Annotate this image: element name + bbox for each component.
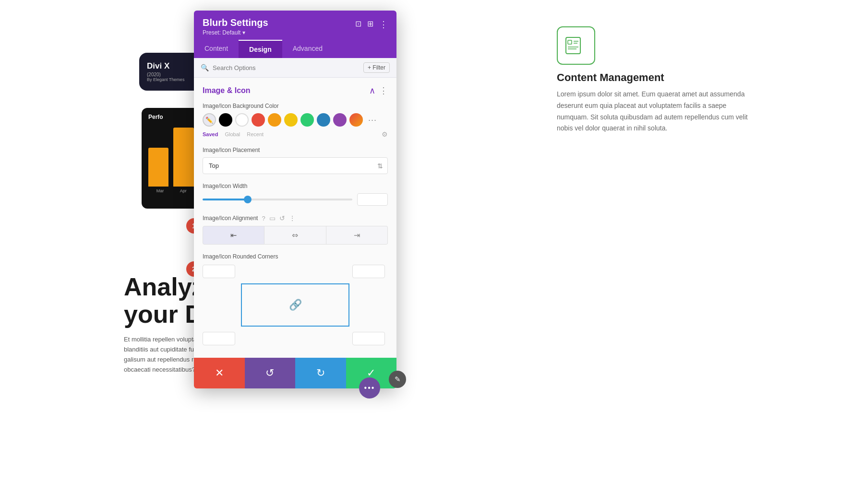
section-title: Image & Icon bbox=[203, 86, 251, 95]
color-tab-saved[interactable]: Saved bbox=[203, 131, 218, 137]
color-swatch-orange[interactable] bbox=[268, 113, 281, 127]
floating-edit-button[interactable]: ✎ bbox=[389, 371, 406, 388]
tab-design[interactable]: Design bbox=[239, 40, 282, 58]
width-label: Image/Icon Width bbox=[203, 183, 388, 189]
modal-body: Image & Icon ∧ ⋮ Image/Icon Background C… bbox=[194, 78, 396, 358]
corner-tr-input[interactable]: 0px bbox=[352, 265, 385, 278]
placement-setting: Image/Icon Placement Top Left Right Bott… bbox=[203, 147, 388, 174]
more-swatches[interactable]: ··· bbox=[366, 113, 379, 127]
align-center-btn[interactable]: ⇔ bbox=[264, 226, 326, 245]
cancel-button[interactable]: ✕ bbox=[194, 358, 245, 388]
color-swatch-blue[interactable] bbox=[317, 113, 330, 127]
color-tab-global[interactable]: Global bbox=[225, 131, 240, 137]
color-swatch-red[interactable] bbox=[252, 113, 265, 127]
modal-search-bar: 🔍 + Filter bbox=[194, 58, 396, 78]
modal-preset[interactable]: Preset: Default ▾ bbox=[203, 29, 268, 36]
section-more-icon[interactable]: ⋮ bbox=[379, 85, 388, 96]
alignment-more-icon[interactable]: ⋮ bbox=[289, 214, 296, 222]
section-controls: ∧ ⋮ bbox=[369, 85, 388, 96]
placement-select[interactable]: Top Left Right Bottom bbox=[203, 157, 388, 174]
color-swatch-gradient[interactable] bbox=[349, 113, 363, 127]
slider-fill bbox=[203, 199, 248, 200]
corner-br-input[interactable]: 0px bbox=[352, 332, 385, 345]
chart-bar-2 bbox=[173, 128, 193, 187]
corner-bl-input[interactable]: 0px bbox=[203, 332, 235, 345]
slider-row: 60px bbox=[203, 193, 388, 206]
content-management-icon bbox=[564, 34, 588, 58]
rounded-corners-setting: Image/Icon Rounded Corners 0px 0px 🔗 0px bbox=[203, 253, 388, 345]
color-swatch-purple[interactable] bbox=[333, 113, 347, 127]
search-icon: 🔍 bbox=[201, 64, 209, 71]
undo-button[interactable]: ↺ bbox=[245, 358, 296, 388]
color-swatch-green[interactable] bbox=[300, 113, 314, 127]
color-swatch-white[interactable] bbox=[235, 113, 249, 127]
placement-dropdown-wrapper: Top Left Right Bottom ⇅ bbox=[203, 157, 388, 174]
blurb-settings-modal: Blurb Settings Preset: Default ▾ ⊡ ⊞ ⋮ C… bbox=[194, 11, 396, 388]
slider-thumb[interactable] bbox=[244, 196, 252, 203]
width-setting: Image/Icon Width 60px bbox=[203, 183, 388, 206]
slider-track[interactable] bbox=[203, 199, 352, 200]
alignment-reset-icon[interactable]: ↺ bbox=[279, 214, 285, 222]
rounded-corners-label: Image/Icon Rounded Corners bbox=[203, 253, 388, 260]
alignment-responsive-icon[interactable]: ▭ bbox=[269, 214, 276, 222]
eyedropper-swatch[interactable]: ✏️ bbox=[203, 113, 216, 127]
modal-icon-columns[interactable]: ⊞ bbox=[367, 19, 373, 30]
feature-title: Content Management bbox=[557, 71, 749, 84]
alignment-setting: Image/Icon Alignment ? ▭ ↺ ⋮ ⇤ ⇔ ⇥ bbox=[203, 214, 388, 245]
color-settings-icon[interactable]: ⚙ bbox=[382, 130, 388, 138]
tab-content[interactable]: Content bbox=[194, 40, 239, 58]
chart-label-mar: Mar bbox=[156, 188, 164, 193]
modal-icon-fullscreen[interactable]: ⊡ bbox=[355, 19, 361, 30]
feature-text: Lorem ipsum dolor sit amet. Eum quaerat … bbox=[557, 89, 749, 134]
chart-bar-1 bbox=[148, 148, 168, 187]
corner-preview-box: 🔗 bbox=[241, 283, 349, 327]
alignment-label-row: Image/Icon Alignment ? ▭ ↺ ⋮ bbox=[203, 214, 388, 222]
bg-color-label: Image/Icon Background Color bbox=[203, 103, 388, 109]
align-right-btn[interactable]: ⇥ bbox=[326, 226, 388, 245]
search-input[interactable] bbox=[213, 64, 360, 71]
svg-rect-0 bbox=[566, 37, 580, 54]
modal-icon-more[interactable]: ⋮ bbox=[379, 19, 388, 30]
section-collapse-icon[interactable]: ∧ bbox=[369, 85, 375, 96]
align-btn-group: ⇤ ⇔ ⇥ bbox=[203, 226, 388, 245]
tab-advanced[interactable]: Advanced bbox=[282, 40, 333, 58]
color-swatches: ✏️ ··· bbox=[203, 113, 388, 127]
chart-label-apr: Apr bbox=[180, 188, 187, 193]
modal-title: Blurb Settings bbox=[203, 17, 268, 28]
modal-header-icons: ⊡ ⊞ ⋮ bbox=[355, 19, 388, 30]
align-left-btn[interactable]: ⇤ bbox=[203, 226, 264, 245]
modal-header: Blurb Settings Preset: Default ▾ ⊡ ⊞ ⋮ bbox=[194, 11, 396, 40]
right-feature: Content Management Lorem ipsum dolor sit… bbox=[557, 26, 749, 134]
section-header: Image & Icon ∧ ⋮ bbox=[203, 85, 388, 96]
corner-tl-input[interactable]: 0px bbox=[203, 265, 235, 278]
alignment-help-icon[interactable]: ? bbox=[262, 215, 265, 222]
bg-color-setting: Image/Icon Background Color ✏️ ··· Saved… bbox=[203, 103, 388, 138]
feature-icon-box bbox=[557, 26, 595, 65]
svg-rect-1 bbox=[568, 40, 572, 44]
color-swatch-black[interactable] bbox=[219, 113, 232, 127]
color-tabs: Saved Global Recent ⚙ bbox=[203, 130, 388, 138]
floating-dots-button[interactable]: ••• bbox=[359, 377, 380, 399]
redo-button[interactable]: ↻ bbox=[295, 358, 346, 388]
alignment-label: Image/Icon Alignment bbox=[203, 215, 258, 222]
corners-grid: 0px 0px 🔗 0px 0px bbox=[203, 265, 388, 345]
modal-tabs: Content Design Advanced bbox=[194, 40, 396, 58]
placement-label: Image/Icon Placement bbox=[203, 147, 388, 153]
width-value-input[interactable]: 60px bbox=[357, 193, 388, 206]
color-tab-recent[interactable]: Recent bbox=[247, 131, 264, 137]
filter-button[interactable]: + Filter bbox=[363, 62, 390, 73]
color-swatch-yellow[interactable] bbox=[284, 113, 298, 127]
